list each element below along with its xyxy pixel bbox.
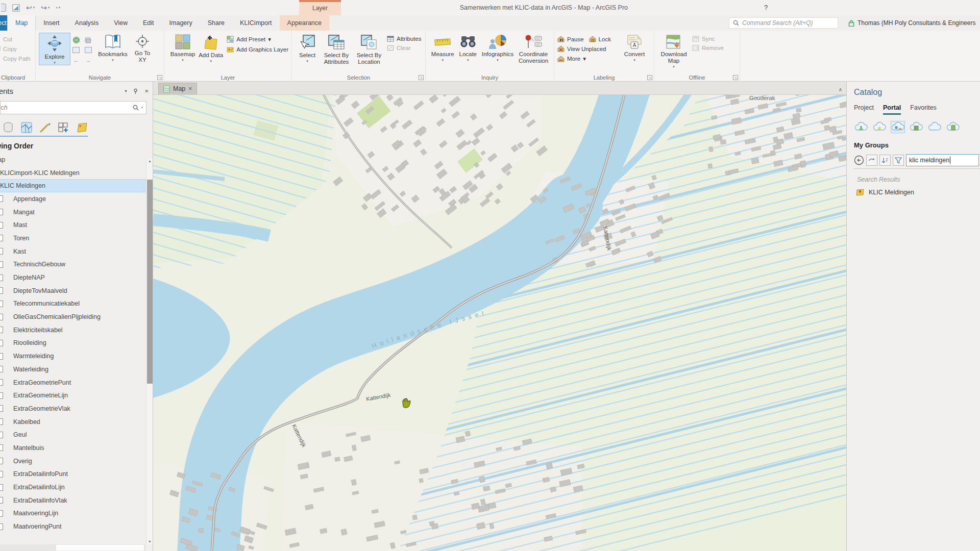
layer-row[interactable]: Mangat	[0, 206, 153, 219]
layer-checkbox[interactable]	[0, 340, 3, 346]
fixed-zoom-in-icon[interactable]	[71, 46, 81, 54]
contents-vertical-scrollbar[interactable]: ▲ ▼	[146, 158, 153, 544]
pin-icon[interactable]	[133, 88, 138, 94]
layer-checkbox[interactable]	[0, 510, 3, 517]
command-search-input[interactable]: Command Search (Alt+Q)	[729, 17, 838, 29]
tab-imagery[interactable]: Imagery	[162, 15, 200, 31]
my-groups-icon[interactable]	[891, 121, 905, 133]
layer-checkbox[interactable]	[0, 379, 3, 386]
layer-row[interactable]: ExtraGeometrieVlak	[0, 402, 153, 415]
remove-download-button[interactable]: Remove	[692, 45, 724, 51]
layer-checkbox[interactable]	[0, 327, 3, 333]
tab-map[interactable]: Map	[7, 15, 36, 31]
tab-share[interactable]: Share	[200, 15, 232, 31]
scrollbar-thumb[interactable]	[147, 180, 153, 384]
layer-row[interactable]: Mantelbuis	[0, 441, 153, 455]
tab-project-clipped[interactable]: Project	[0, 15, 7, 31]
customize-quick-access-button[interactable]: ▪▾	[56, 5, 61, 10]
layer-checkbox[interactable]	[0, 287, 3, 294]
layer-checkbox[interactable]	[0, 209, 3, 215]
map-document-tab[interactable]: Map ×	[158, 83, 197, 94]
filter-icon[interactable]	[893, 155, 904, 166]
layer-row[interactable]: KLIC Meldingen	[0, 179, 153, 192]
tab-klicimport[interactable]: KLICimport	[232, 15, 280, 31]
my-favorites-icon[interactable]: ★	[872, 121, 887, 133]
layer-checkbox[interactable]	[0, 366, 3, 372]
layer-checkbox[interactable]	[0, 497, 3, 504]
selection-dialog-launcher[interactable]: ↘	[419, 75, 424, 80]
download-map-button[interactable]: Download Map ▾	[657, 33, 690, 69]
undo-button[interactable]: ↩▾	[26, 4, 35, 12]
basemap-button[interactable]: Basemap ▾	[167, 33, 198, 62]
layer-row[interactable]: ExtraGeometrieLijn	[0, 389, 153, 402]
list-by-drawing-order-icon[interactable]	[20, 121, 33, 134]
layer-checkbox[interactable]	[0, 484, 3, 491]
layer-checkbox[interactable]	[0, 418, 3, 425]
redo-button[interactable]: ↪▾	[41, 4, 50, 12]
add-graphics-layer-button[interactable]: Add Graphics Layer	[227, 46, 288, 53]
layer-row[interactable]: ExtraDetailinfoPunt	[0, 468, 153, 481]
layer-row[interactable]: Telecommunicatiekabel	[0, 297, 153, 311]
layer-row[interactable]: ExtraDetailinfoLijn	[0, 481, 153, 494]
arcgis-online-icon[interactable]	[946, 121, 960, 133]
offline-dialog-launcher[interactable]: ↘	[733, 75, 738, 80]
layer-row[interactable]: Waterleiding	[0, 363, 153, 376]
layer-row[interactable]: KLICimport-KLIC Meldingen	[0, 166, 153, 180]
labeling-dialog-launcher[interactable]: ↘	[647, 75, 652, 80]
layer-checkbox[interactable]	[0, 523, 3, 530]
layer-checkbox[interactable]	[0, 195, 3, 202]
tab-analysis[interactable]: Analysis	[67, 15, 107, 31]
layer-checkbox[interactable]	[0, 392, 3, 399]
layer-checkbox[interactable]	[0, 458, 3, 464]
account-info[interactable]: Thomas (MH Poly Consultants & Engineers	[848, 15, 980, 31]
catalog-tab-favorites[interactable]: Favorites	[910, 104, 936, 115]
layer-checkbox[interactable]	[0, 274, 3, 281]
cut-button[interactable]: Cut	[0, 36, 31, 42]
help-icon[interactable]: ?	[764, 0, 768, 15]
tab-edit[interactable]: Edit	[135, 15, 162, 31]
previous-extent-icon[interactable]: ←	[71, 56, 81, 64]
layer-row[interactable]: Elektriciteitskabel	[0, 323, 153, 337]
layer-checkbox[interactable]	[0, 314, 3, 320]
layer-row[interactable]: MaatvoeringLijn	[0, 507, 153, 520]
layer-checkbox[interactable]	[0, 300, 3, 307]
copy-path-button[interactable]: Copy Path	[0, 55, 31, 62]
full-extent-icon[interactable]	[71, 36, 81, 44]
pause-labeling-button[interactable]: Pause	[557, 36, 584, 42]
search-options-caret[interactable]: ▾	[141, 106, 143, 110]
layer-checkbox[interactable]	[0, 353, 3, 360]
layer-checkbox[interactable]	[0, 222, 3, 229]
list-by-labeling-icon[interactable]	[76, 122, 89, 133]
fixed-zoom-out-icon[interactable]	[84, 46, 93, 54]
pane-menu-icon[interactable]: ▾	[125, 89, 127, 93]
layer-checkbox[interactable]	[0, 248, 3, 255]
explore-button[interactable]: Explore ▾	[39, 33, 70, 65]
clear-selection-button[interactable]: Clear	[387, 45, 422, 51]
next-extent-icon[interactable]: →	[84, 56, 93, 64]
attributes-button[interactable]: Attributes	[387, 36, 422, 42]
collapse-chevron-icon[interactable]: ∧	[839, 87, 846, 94]
layer-row[interactable]: Map	[0, 153, 153, 166]
tab-insert[interactable]: Insert	[36, 15, 67, 31]
layer-row[interactable]: Overig	[0, 455, 153, 468]
convert-labels-button[interactable]: A Convert ▾	[620, 33, 649, 62]
more-labeling-button[interactable]: More▾	[557, 55, 620, 62]
my-organization-icon[interactable]	[909, 121, 923, 133]
lock-labeling-button[interactable]: Lock	[589, 36, 611, 42]
layer-row[interactable]: OlieGasChemicalienPijpleiding	[0, 310, 153, 323]
select-by-attributes-button[interactable]: Select By Attributes	[320, 33, 353, 65]
layer-checkbox[interactable]	[0, 235, 3, 241]
list-by-data-source-icon[interactable]	[2, 121, 14, 134]
layer-row[interactable]: Kabelbed	[0, 415, 153, 429]
layer-row[interactable]: Mast	[0, 218, 153, 232]
locate-button[interactable]: Locate ▾	[456, 33, 479, 62]
contents-horizontal-scrollbar[interactable]	[0, 544, 146, 551]
coordinate-conversion-button[interactable]: Coordinate Conversion	[516, 33, 551, 64]
go-to-xy-button[interactable]: Go To XY	[131, 33, 154, 63]
layer-row[interactable]: Warmteleiding	[0, 349, 153, 363]
tab-appearance[interactable]: Appearance	[280, 15, 329, 31]
sync-button[interactable]: Sync	[692, 36, 724, 42]
add-preset-button[interactable]: Add Preset▾	[227, 36, 288, 43]
refresh-icon[interactable]	[866, 155, 877, 166]
infographics-button[interactable]: Infographics ▾	[479, 33, 516, 62]
